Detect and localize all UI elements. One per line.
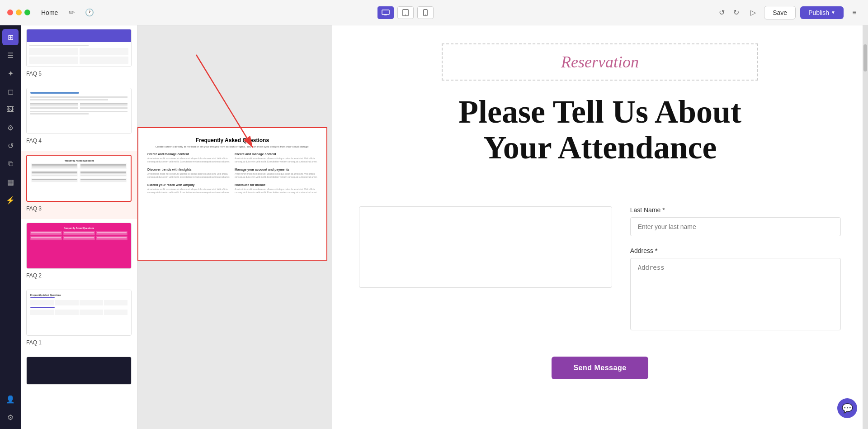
preview-grid: Create and manage content Amet minim mol… bbox=[147, 153, 317, 194]
undo-redo-group: ↺ ↻ bbox=[715, 6, 742, 19]
svg-point-6 bbox=[425, 14, 426, 15]
preview-cell-1: Create and manage content Amet minim mol… bbox=[147, 153, 230, 163]
form-left-col bbox=[359, 206, 612, 343]
faq2-label: FAQ 2 bbox=[26, 272, 132, 282]
preview-cell-6: Hootsuite for mobile Amet minim mollit n… bbox=[235, 183, 317, 194]
undo-button[interactable]: ↺ bbox=[715, 6, 728, 19]
main-canvas: Frequently Asked Questions Create screen… bbox=[137, 25, 868, 429]
preview-cell-3-text: Amet minim mollit non deserunt ullamco s… bbox=[147, 172, 230, 179]
sidebar-item-shapes[interactable]: ◻ bbox=[2, 83, 19, 100]
attendance-line1: Please Tell Us About bbox=[458, 94, 741, 130]
preview-cell-5: Extend your reach with Amplify Amet mini… bbox=[147, 183, 230, 194]
form-right-col: Last Name * Address * bbox=[630, 206, 841, 343]
save-button[interactable]: Save bbox=[764, 6, 796, 19]
traffic-light-red[interactable] bbox=[7, 10, 13, 15]
preview-cell-4-title: Manage your account and payments bbox=[235, 168, 317, 171]
preview-button[interactable]: ▷ bbox=[747, 6, 760, 19]
faq4-label: FAQ 4 bbox=[26, 137, 132, 148]
traffic-light-green[interactable] bbox=[24, 10, 30, 15]
more-options-icon[interactable]: ≡ bbox=[848, 6, 861, 19]
svg-point-4 bbox=[405, 14, 406, 15]
panel-item-faq4[interactable]: FAQ 4 bbox=[21, 84, 137, 151]
faq5-label: FAQ 5 bbox=[26, 70, 132, 81]
sidebar-item-settings[interactable]: ⚙ bbox=[2, 119, 19, 136]
selected-panel-preview[interactable]: Frequently Asked Questions Create screen… bbox=[137, 127, 327, 261]
right-scrollbar[interactable] bbox=[863, 25, 868, 429]
sidebar-item-layers[interactable]: ⧉ bbox=[2, 156, 19, 172]
preview-cell-6-text: Amet minim mollit non deserunt ullamco s… bbox=[235, 188, 317, 194]
sidebar-item-plugin[interactable]: ⚡ bbox=[2, 192, 19, 208]
redo-button[interactable]: ↻ bbox=[730, 6, 742, 19]
preview-cell-1-title: Create and manage content bbox=[147, 153, 230, 156]
topbar-icons: ✏ 🕐 bbox=[65, 6, 96, 19]
sidebar-item-components[interactable]: ⊞ bbox=[2, 29, 19, 45]
preview-faq-subtitle: Create screens directly in method or set… bbox=[147, 145, 317, 148]
bottom-thumbnail bbox=[26, 357, 132, 385]
publish-button[interactable]: Publish ▼ bbox=[800, 6, 844, 19]
panel-item-faq3[interactable]: Frequently Asked Questions bbox=[21, 151, 137, 219]
topbar: Home ✏ 🕐 ↺ ↻ ▷ Save Publish ▼ ≡ bbox=[0, 0, 868, 25]
sidebar-item-settings-bottom[interactable]: ⚙ bbox=[2, 409, 19, 425]
form-row: Last Name * Address * bbox=[359, 206, 841, 343]
topbar-right: ↺ ↻ ▷ Save Publish ▼ ≡ bbox=[715, 6, 861, 19]
send-message-button[interactable]: Send Message bbox=[552, 357, 648, 379]
traffic-light-yellow[interactable] bbox=[16, 10, 22, 15]
preview-cell-3-title: Discover trends with Insights bbox=[147, 168, 230, 171]
panel-item-faq5[interactable]: FAQ 5 bbox=[21, 25, 137, 84]
tablet-view-button[interactable] bbox=[397, 6, 414, 19]
sidebar-item-apps[interactable]: ▦ bbox=[2, 174, 19, 190]
preview-cell-4-text: Amet minim mollit non deserunt ullamco s… bbox=[235, 172, 317, 179]
desktop-view-button[interactable] bbox=[377, 6, 394, 19]
sidebar-item-elements[interactable]: ✦ bbox=[2, 65, 19, 81]
home-label: Home bbox=[41, 9, 58, 16]
mobile-view-button[interactable] bbox=[417, 6, 434, 19]
svg-rect-0 bbox=[382, 10, 389, 14]
panel-item-faq1[interactable]: Frequently Asked Questions FAQ 1 bbox=[21, 286, 137, 353]
address-label: Address * bbox=[630, 247, 841, 254]
history-icon[interactable]: 🕐 bbox=[83, 6, 96, 19]
preview-cell-2: Create and manage content Amet minim mol… bbox=[235, 153, 317, 163]
last-name-field: Last Name * bbox=[630, 206, 841, 236]
traffic-lights bbox=[7, 10, 30, 15]
faq2-thumbnail: Frequently Asked Questions bbox=[26, 223, 132, 269]
sidebar-item-refresh[interactable]: ↺ bbox=[2, 138, 19, 154]
chat-bubble[interactable]: 💬 bbox=[837, 398, 857, 418]
message-textarea[interactable] bbox=[359, 206, 612, 288]
sidebar-item-media[interactable]: 🖼 bbox=[2, 101, 19, 118]
publish-dropdown-arrow: ▼ bbox=[831, 10, 835, 15]
preview-cell-2-text: Amet minim mollit non deserunt ullamco s… bbox=[235, 157, 317, 163]
left-icon-strip: ⊞ ☰ ✦ ◻ 🖼 ⚙ ↺ ⧉ ▦ ⚡ 👤 ⚙ bbox=[0, 25, 21, 429]
address-field: Address * bbox=[630, 247, 841, 332]
faq3-thumbnail: Frequently Asked Questions bbox=[26, 155, 132, 202]
preview-cell-1-text: Amet minim mollit non deserunt ullamco s… bbox=[147, 157, 230, 163]
sidebar-item-user[interactable]: 👤 bbox=[2, 391, 19, 407]
faq5-thumbnail bbox=[26, 29, 132, 67]
topbar-center bbox=[377, 6, 434, 19]
preview-cell-2-title: Create and manage content bbox=[235, 153, 317, 156]
scrollbar-thumb[interactable] bbox=[863, 44, 867, 72]
reservation-title: Reservation bbox=[561, 53, 639, 71]
publish-label: Publish bbox=[808, 9, 829, 16]
pen-icon[interactable]: ✏ bbox=[65, 6, 78, 19]
chat-icon: 💬 bbox=[842, 403, 853, 414]
page-content: Reservation Please Tell Us About Your At… bbox=[332, 25, 868, 429]
sidebar-item-pages[interactable]: ☰ bbox=[2, 47, 19, 63]
reservation-section: Reservation Please Tell Us About Your At… bbox=[332, 25, 868, 206]
preview-cell-6-title: Hootsuite for mobile bbox=[235, 183, 317, 186]
faq4-thumbnail bbox=[26, 88, 132, 134]
topbar-left: Home ✏ 🕐 bbox=[7, 6, 96, 19]
form-area: Last Name * Address * Send Message bbox=[332, 206, 868, 411]
panel-item-faq2[interactable]: Frequently Asked Questions bbox=[21, 219, 137, 286]
panel-item-bottom[interactable] bbox=[21, 353, 137, 391]
attendance-line2: Your Attendance bbox=[483, 129, 717, 166]
address-input[interactable] bbox=[630, 258, 841, 330]
panels-sidebar: FAQ 5 bbox=[21, 25, 137, 429]
faq1-thumbnail: Frequently Asked Questions bbox=[26, 290, 132, 336]
preview-cell-4: Manage your account and payments Amet mi… bbox=[235, 168, 317, 179]
faq3-label: FAQ 3 bbox=[26, 205, 132, 215]
attendance-heading: Please Tell Us About Your Attendance bbox=[359, 94, 841, 166]
last-name-input[interactable] bbox=[630, 217, 841, 236]
send-button-container: Send Message bbox=[359, 357, 841, 379]
preview-cell-5-text: Amet minim mollit non deserunt ullamco s… bbox=[147, 188, 230, 194]
preview-cell-5-title: Extend your reach with Amplify bbox=[147, 183, 230, 186]
